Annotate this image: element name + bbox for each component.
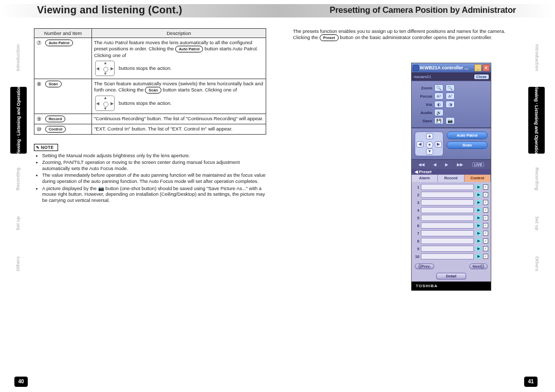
- preset-row: 10▶✓: [414, 253, 488, 260]
- preset-name-field[interactable]: [421, 222, 474, 229]
- controller-panel: IKWB21A controller ... _ × nwcam21 Close…: [411, 63, 491, 291]
- control-icon[interactable]: Aⁿ: [434, 92, 443, 100]
- preset-go-icon[interactable]: ▶: [475, 238, 482, 244]
- tab-alarm[interactable]: Alarm: [412, 175, 438, 182]
- right-intro: The presets function enables you to assi…: [293, 28, 521, 41]
- preset-row: 4▶✓: [414, 207, 488, 214]
- side-tab[interactable]: Viewing · Listening and Operation: [528, 87, 545, 154]
- control-icon[interactable]: Aᶠ: [446, 92, 455, 100]
- preset-row: 1▶✓: [414, 183, 488, 191]
- preset-name-field[interactable]: [421, 184, 474, 190]
- preset-check[interactable]: ✓: [483, 223, 488, 228]
- note-badge: NOTE: [34, 144, 58, 151]
- detail-button[interactable]: Detail: [436, 273, 466, 279]
- preset-check[interactable]: ✓: [483, 231, 488, 236]
- ptz-right[interactable]: ▶: [435, 141, 442, 147]
- preset-go-icon[interactable]: ▶: [475, 254, 482, 259]
- description-table: Number and Item Description ⑦ Auto Patro…: [34, 28, 266, 135]
- preset-check[interactable]: ✓: [483, 192, 488, 197]
- preset-row: 3▶✓: [414, 199, 488, 206]
- control-row: Audio🔊: [415, 109, 488, 116]
- control-row: Save💾📷: [415, 117, 488, 124]
- brand-label: TOSHIBA: [412, 282, 491, 290]
- control-icon[interactable]: 🔍: [434, 84, 443, 91]
- close-window-button[interactable]: ×: [483, 64, 490, 71]
- table-row-number: ⑧ Scan: [34, 79, 92, 114]
- control-icon[interactable]: 📷: [446, 117, 455, 124]
- ptz-up[interactable]: ▲: [426, 133, 433, 139]
- table-row-number: ⑨ Record: [34, 114, 92, 124]
- next-icon[interactable]: ▶▶: [457, 162, 463, 167]
- preset-check[interactable]: ✓: [483, 208, 488, 213]
- tab-control[interactable]: Control: [465, 175, 491, 182]
- preset-check[interactable]: ✓: [483, 215, 488, 220]
- preset-check[interactable]: ✓: [483, 246, 488, 251]
- side-tab[interactable]: Others: [528, 245, 545, 283]
- live-button[interactable]: LIVE: [472, 162, 485, 167]
- ptz-center[interactable]: ✦: [426, 141, 433, 148]
- page-number-left: 40: [14, 377, 28, 387]
- preset-name-field[interactable]: [421, 215, 474, 221]
- prev-page-button[interactable]: ⟨⟨Prev.: [415, 264, 434, 269]
- side-tab[interactable]: Introduction: [528, 31, 545, 85]
- preset-go-icon[interactable]: ▶: [475, 200, 482, 205]
- side-tab[interactable]: Set up: [528, 204, 545, 242]
- prev-icon[interactable]: ◀: [433, 162, 436, 167]
- minimize-button[interactable]: _: [474, 64, 482, 71]
- preset-go-icon[interactable]: ▶: [475, 223, 482, 228]
- note-item: The value immediately before operation o…: [42, 173, 266, 184]
- th-number: Number and Item: [34, 29, 92, 38]
- next-page-button[interactable]: Next⟩⟩: [469, 264, 488, 269]
- preset-go-icon[interactable]: ▶: [475, 192, 482, 197]
- side-tabs-right: IntroductionViewing · Listening and Oper…: [528, 31, 545, 285]
- table-row-desc: The Scan feature automatically moves (sw…: [92, 79, 266, 114]
- preset-name-field[interactable]: [421, 253, 474, 259]
- preset-button-inline: Preset: [320, 34, 339, 41]
- note-item: Zooming, PAN/TILT operation or moving to…: [42, 160, 266, 172]
- side-tab[interactable]: Recording: [10, 156, 27, 202]
- ptz-pad[interactable]: ▲ ▼ ◀ ▶ ✦: [415, 132, 443, 156]
- table-row-number: ⑩ Control: [34, 124, 92, 134]
- preset-go-icon[interactable]: ▶: [475, 215, 482, 220]
- preset-check[interactable]: ✓: [483, 200, 488, 205]
- preset-go-icon[interactable]: ▶: [475, 246, 482, 251]
- control-icon[interactable]: 🔊: [434, 109, 443, 116]
- control-icon[interactable]: 🔍: [446, 84, 455, 91]
- side-tab[interactable]: Set up: [10, 204, 27, 242]
- preset-check[interactable]: ✓: [483, 254, 488, 259]
- preset-name-field[interactable]: [421, 238, 474, 244]
- preset-name-field[interactable]: [421, 207, 474, 213]
- side-tab[interactable]: Introduction: [10, 31, 27, 85]
- transport-bar: ◀◀ ◀ ▶ ▶▶ LIVE: [412, 160, 491, 169]
- preset-go-icon[interactable]: ▶: [475, 184, 482, 190]
- th-description: Description: [92, 29, 266, 38]
- auto-patrol-button[interactable]: Auto Patrol: [447, 132, 488, 139]
- control-row: FocusAⁿAᶠ: [415, 92, 488, 100]
- preset-heading: Preset: [419, 170, 431, 174]
- preset-arrow-icon: ◀: [415, 170, 418, 174]
- play-icon[interactable]: ▶: [445, 162, 448, 167]
- preset-check[interactable]: ✓: [483, 184, 488, 190]
- side-tab[interactable]: Recording: [528, 156, 545, 202]
- ptz-left[interactable]: ◀: [416, 141, 423, 147]
- tab-record[interactable]: Record: [438, 175, 464, 182]
- control-icon[interactable]: ◑: [446, 101, 455, 108]
- table-row-desc: "EXT. Control In" button. The list of "E…: [92, 124, 266, 134]
- ptz-down[interactable]: ▼: [426, 148, 433, 155]
- preset-go-icon[interactable]: ▶: [475, 208, 482, 213]
- control-row: Zoom🔍🔍: [415, 84, 488, 91]
- note-item: A picture displayed by the 📷 button (one…: [42, 186, 266, 204]
- preset-name-field[interactable]: [421, 246, 474, 252]
- preset-check[interactable]: ✓: [483, 238, 488, 244]
- rewind-icon[interactable]: ◀◀: [418, 162, 424, 167]
- control-icon[interactable]: 💾: [434, 117, 443, 124]
- scan-button[interactable]: Scan: [447, 141, 488, 149]
- side-tab[interactable]: Viewing · Listening and Operation: [10, 87, 27, 154]
- control-icon[interactable]: ◐: [434, 101, 443, 108]
- preset-go-icon[interactable]: ▶: [475, 231, 482, 236]
- panel-close-button[interactable]: Close: [474, 74, 489, 79]
- side-tab[interactable]: Others: [10, 245, 27, 283]
- preset-name-field[interactable]: [421, 230, 474, 236]
- preset-name-field[interactable]: [421, 192, 474, 198]
- preset-name-field[interactable]: [421, 199, 474, 206]
